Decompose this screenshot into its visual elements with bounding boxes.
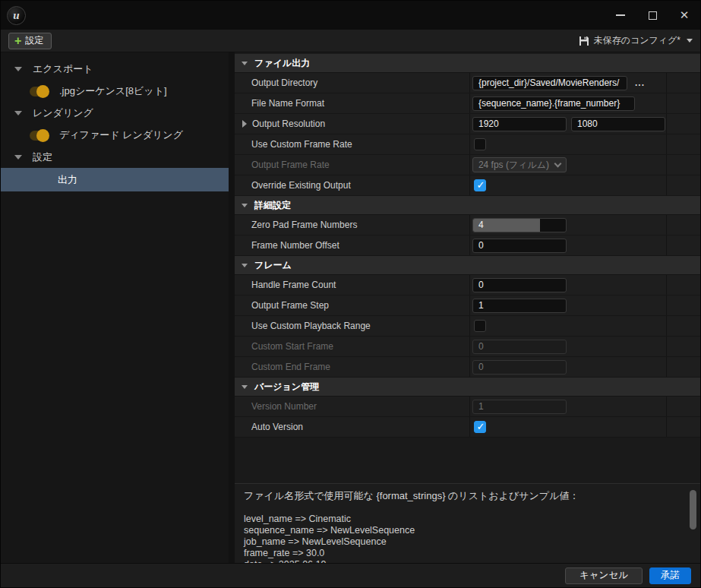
format-help-line: frame_rate => 30.0 xyxy=(244,548,685,559)
row-extra-cell xyxy=(667,417,700,437)
browse-directory-button[interactable]: ... xyxy=(632,77,648,88)
collapse-arrow-icon[interactable] xyxy=(242,204,248,207)
help-scrollbar-thumb[interactable] xyxy=(690,490,696,530)
sidebar-splitter[interactable] xyxy=(229,52,235,563)
cancel-button[interactable]: キャンセル xyxy=(565,567,643,584)
row-output-frame-step: Output Frame Step xyxy=(235,296,700,316)
use-custom-playback-range-checkbox[interactable] xyxy=(474,320,486,332)
row-extra-cell xyxy=(667,134,700,154)
property-label: Handle Frame Count xyxy=(251,280,336,290)
sidebar-group-rendering[interactable]: レンダリング xyxy=(1,103,229,124)
row-output-directory: Output Directory ... xyxy=(235,73,700,93)
row-extra-cell xyxy=(667,215,700,235)
sidebar-item-output[interactable]: 出力 xyxy=(1,168,229,191)
row-extra-cell xyxy=(667,357,700,377)
row-use-custom-playback-range: Use Custom Playback Range xyxy=(235,316,700,337)
row-extra-cell xyxy=(667,114,700,134)
property-label: Custom Start Frame xyxy=(251,341,333,352)
dropdown-value: 24 fps (フィルム) xyxy=(478,159,549,172)
section-title: ファイル出力 xyxy=(254,57,310,70)
file-name-format-input[interactable] xyxy=(472,96,635,111)
resolution-x-input[interactable] xyxy=(472,117,567,131)
maximize-icon xyxy=(649,11,657,20)
dialog-footer: キャンセル 承諾 xyxy=(1,563,700,587)
plus-icon: + xyxy=(14,35,21,47)
output-frame-step-input[interactable] xyxy=(472,299,567,313)
sidebar-group-label: 設定 xyxy=(33,150,52,164)
config-preset-dropdown[interactable]: 未保存のコンフィグ* xyxy=(579,34,693,47)
row-extra-cell xyxy=(667,397,700,416)
handle-frame-count-input[interactable] xyxy=(472,278,567,292)
section-title: フレーム xyxy=(254,259,292,272)
row-handle-frame-count: Handle Frame Count xyxy=(235,275,700,296)
property-label: File Name Format xyxy=(251,98,324,109)
row-auto-version: Auto Version xyxy=(235,417,700,438)
collapse-arrow-icon[interactable] xyxy=(14,67,22,71)
property-label: Use Custom Playback Range xyxy=(251,321,371,331)
enabled-toggle[interactable] xyxy=(30,131,49,141)
titlebar: u ✕ xyxy=(1,1,700,30)
close-button[interactable]: ✕ xyxy=(668,1,700,30)
format-help-line: level_name => Cinematic xyxy=(244,514,685,525)
output-directory-input[interactable] xyxy=(472,76,627,90)
format-strings-help-box: ファイル名形式で使用可能な {format_strings} のリストおよびサン… xyxy=(235,483,700,563)
frame-number-offset-input[interactable] xyxy=(472,239,567,253)
row-output-resolution: Output Resolution xyxy=(235,114,700,134)
content-area: エクスポート .jpgシーケンス[8ビット] レンダリング ディファード レンダ… xyxy=(1,52,700,563)
version-number-input xyxy=(472,400,567,414)
row-use-custom-frame-rate: Use Custom Frame Rate xyxy=(235,134,700,155)
format-help-line: date => 2025.06.19 xyxy=(244,559,685,563)
sidebar-item-label: ディファード レンダリング xyxy=(59,128,183,142)
row-file-name-format: File Name Format xyxy=(235,93,700,114)
property-label: Frame Number Offset xyxy=(251,240,339,251)
sidebar-group-export[interactable]: エクスポート xyxy=(1,58,229,80)
collapse-arrow-icon[interactable] xyxy=(14,111,22,115)
override-existing-output-checkbox[interactable] xyxy=(474,179,486,191)
config-name-label: 未保存のコンフィグ* xyxy=(594,34,680,47)
property-label: Version Number xyxy=(251,401,317,412)
row-extra-cell xyxy=(667,275,700,295)
row-extra-cell xyxy=(667,175,700,195)
spinbox-value: 4 xyxy=(473,220,484,230)
property-label: Zero Pad Frame Numbers xyxy=(251,220,357,230)
maximize-button[interactable] xyxy=(636,1,668,30)
use-custom-frame-rate-checkbox[interactable] xyxy=(474,138,486,150)
output-frame-rate-dropdown[interactable]: 24 fps (フィルム) xyxy=(472,157,567,172)
zero-pad-frame-numbers-spinbox[interactable]: 4 xyxy=(472,218,567,232)
sidebar-group-label: エクスポート xyxy=(33,62,93,76)
movie-render-queue-settings-window: u ✕ + 設定 未保存のコンフィグ* エクスポート xyxy=(0,0,701,588)
property-label: Auto Version xyxy=(251,422,303,432)
custom-start-frame-input xyxy=(472,340,567,354)
property-label: Use Custom Frame Rate xyxy=(251,139,352,150)
section-header-file-output[interactable]: ファイル出力 xyxy=(235,54,700,73)
section-header-advanced[interactable]: 詳細設定 xyxy=(235,196,700,215)
section-header-frames[interactable]: フレーム xyxy=(235,256,700,275)
property-label: Output Resolution xyxy=(252,119,325,129)
section-title: バージョン管理 xyxy=(254,381,319,394)
property-label: Output Directory xyxy=(251,77,317,88)
property-label: Custom End Frame xyxy=(251,362,330,372)
row-extra-cell xyxy=(667,337,700,356)
sidebar-item-deferred-rendering[interactable]: ディファード レンダリング xyxy=(1,124,229,147)
collapse-arrow-icon[interactable] xyxy=(242,385,248,389)
sidebar-item-jpg-sequence[interactable]: .jpgシーケンス[8ビット] xyxy=(1,80,229,103)
collapse-arrow-icon[interactable] xyxy=(14,155,22,160)
accept-button[interactable]: 承諾 xyxy=(649,567,691,584)
resolution-y-input[interactable] xyxy=(571,117,665,131)
row-extra-cell xyxy=(667,73,700,93)
minimize-button[interactable] xyxy=(605,1,636,30)
add-settings-button[interactable]: + 設定 xyxy=(8,33,52,49)
section-header-versioning[interactable]: バージョン管理 xyxy=(235,378,700,397)
sidebar-group-settings[interactable]: 設定 xyxy=(1,147,229,168)
expand-arrow-icon[interactable] xyxy=(242,120,247,128)
collapse-arrow-icon[interactable] xyxy=(242,62,248,65)
sidebar-item-label: .jpgシーケンス[8ビット] xyxy=(59,84,167,98)
enabled-toggle[interactable] xyxy=(30,87,49,96)
row-extra-cell xyxy=(667,236,700,255)
collapse-arrow-icon[interactable] xyxy=(242,264,248,267)
auto-version-checkbox[interactable] xyxy=(474,421,486,433)
property-label: Output Frame Rate xyxy=(251,160,330,170)
details-panel-empty-area xyxy=(235,438,700,483)
minimize-icon xyxy=(616,14,625,16)
settings-tree-sidebar: エクスポート .jpgシーケンス[8ビット] レンダリング ディファード レンダ… xyxy=(1,52,229,563)
